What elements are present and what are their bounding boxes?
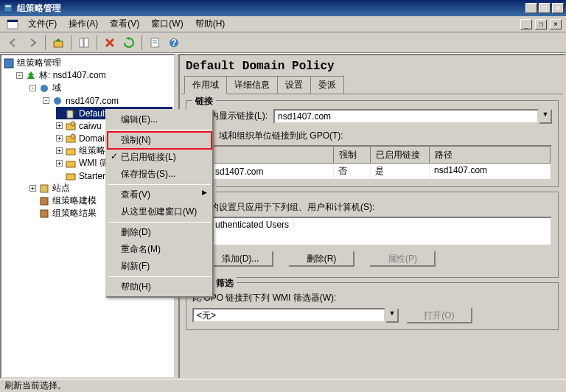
tree-domain[interactable]: - nsd1407.com [43, 94, 172, 107]
gpmc-icon [3, 58, 15, 69]
tab-delegation[interactable]: 委派 [310, 76, 344, 94]
tree-caiwu-label: caiwu [79, 121, 102, 131]
menu-window[interactable]: 窗口(W) [147, 16, 187, 32]
filter-row: uthenticated Users [215, 220, 289, 230]
filter-grid[interactable]: uthenticated Users [192, 217, 552, 246]
row-link-enabled: 是 [371, 164, 430, 179]
tree-gpmodel-label: 组策略建模 [52, 195, 97, 207]
tab-details[interactable]: 详细信息 [226, 76, 278, 94]
table-row[interactable]: sd1407.com 否 是 nsd1407.com [194, 164, 551, 179]
close-button[interactable]: × [552, 3, 564, 13]
mdi-minimize-button[interactable]: _ [520, 19, 532, 29]
combo-dropdown-icon[interactable]: ▼ [539, 109, 552, 124]
expand-icon[interactable]: + [56, 147, 63, 154]
links-legend: 链接 [192, 95, 216, 108]
links-grid[interactable]: 强制 已启用链接 路径 sd1407.com 否 是 nsd1407.com [192, 145, 552, 181]
wmi-group: WMI 筛选 此 GPO 链接到下列 WMI 筛选器(W): ▼ 打开(O) [186, 282, 559, 330]
forest-icon [25, 71, 37, 81]
menu-file[interactable]: 文件(F) [24, 16, 61, 32]
ctx-new-window[interactable]: 从这里创建窗口(W) [108, 203, 212, 220]
gpo-link-icon [65, 108, 77, 119]
tree-gpobjects-label: 组策略 [79, 144, 105, 157]
tree-root[interactable]: 组策略管理 [3, 57, 172, 69]
col-location[interactable] [194, 147, 334, 164]
expand-icon[interactable]: + [56, 122, 63, 129]
back-button[interactable] [4, 34, 22, 52]
ctx-edit[interactable]: 编辑(E)... [108, 111, 212, 128]
ctx-separator [108, 222, 211, 223]
tree-root-label: 组策略管理 [17, 57, 61, 69]
tree-wmi-label: WMI 筛 [79, 157, 108, 169]
row-path: nsd1407.com [430, 164, 551, 179]
svg-point-14 [54, 97, 61, 105]
tree-forest-label: 林: nsd1407.com [39, 69, 106, 82]
collapse-icon[interactable]: - [16, 72, 23, 79]
ctx-view[interactable]: 查看(V)▶ [108, 186, 212, 203]
row-enforced: 否 [334, 164, 371, 179]
menu-view[interactable]: 查看(V) [105, 16, 144, 32]
svg-rect-22 [66, 174, 75, 180]
ctx-link-enabled[interactable]: ✓已启用链接(L) [108, 149, 212, 166]
ctx-save-report[interactable]: 保存报告(S)... [108, 166, 212, 183]
details-heading: Default Domain Policy [181, 57, 563, 76]
tab-settings[interactable]: 设置 [277, 76, 311, 94]
svg-rect-12 [4, 59, 13, 68]
delete-button[interactable] [101, 34, 119, 52]
refresh-icon[interactable] [120, 34, 138, 52]
submenu-arrow-icon: ▶ [202, 189, 207, 196]
row-location: sd1407.com [215, 167, 263, 177]
forward-button[interactable] [24, 34, 41, 52]
minimize-button[interactable]: _ [525, 3, 537, 13]
ctx-separator [108, 184, 211, 185]
ctx-rename[interactable]: 重命名(M) [108, 241, 212, 258]
add-button[interactable]: 添加(D)... [207, 251, 273, 267]
show-links-combo[interactable]: ▼ [273, 109, 552, 124]
open-button[interactable]: 打开(O) [406, 307, 472, 323]
expand-icon[interactable]: + [56, 135, 63, 141]
mdi-close-button[interactable]: × [550, 19, 562, 29]
expand-icon[interactable]: + [56, 160, 63, 167]
ctx-refresh[interactable]: 刷新(F) [108, 258, 212, 275]
collapse-icon[interactable]: - [43, 97, 49, 104]
toolbar: ? [0, 32, 566, 53]
svg-rect-21 [66, 161, 75, 167]
svg-point-17 [71, 122, 75, 126]
combo-dropdown-icon[interactable]: ▼ [385, 308, 399, 323]
tree-domains[interactable]: - 域 [29, 82, 172, 94]
svg-rect-6 [84, 38, 88, 47]
properties-icon[interactable] [146, 34, 164, 52]
help-icon[interactable]: ? [165, 34, 183, 52]
modeling-icon [38, 196, 50, 206]
ctx-help[interactable]: 帮助(H) [108, 279, 212, 295]
up-button[interactable] [49, 34, 67, 52]
ctx-delete[interactable]: 删除(D) [108, 224, 212, 241]
table-row[interactable]: uthenticated Users [194, 218, 551, 231]
sites-icon [38, 183, 50, 194]
ctx-enforce[interactable]: 强制(N) [108, 132, 212, 149]
menu-help[interactable]: 帮助(H) [191, 16, 230, 32]
properties-button[interactable]: 属性(P) [369, 251, 436, 267]
svg-point-19 [71, 134, 75, 139]
filter-desc: D 内的设置只应用于下列组、用户和计算机(S): [192, 201, 552, 214]
show-hide-button[interactable] [75, 34, 93, 52]
wmi-combo[interactable]: ▼ [192, 308, 399, 323]
remove-button[interactable]: 删除(R) [288, 251, 354, 267]
wmi-desc: 此 GPO 链接到下列 WMI 筛选器(W): [192, 292, 552, 304]
title-bar: 组策略管理 _ □ × [0, 0, 566, 16]
col-link-enabled[interactable]: 已启用链接 [371, 147, 430, 164]
col-enforced[interactable]: 强制 [334, 147, 371, 164]
maximize-button[interactable]: □ [539, 3, 551, 13]
wmi-input[interactable] [192, 308, 385, 323]
menu-action[interactable]: 操作(A) [64, 16, 102, 32]
show-links-input[interactable] [273, 109, 539, 124]
expand-icon[interactable]: + [29, 185, 36, 192]
tab-scope[interactable]: 作用域 [184, 76, 227, 94]
check-icon: ✓ [111, 151, 118, 161]
mdi-restore-button[interactable]: ❐ [535, 19, 547, 29]
col-path[interactable]: 路径 [430, 147, 551, 164]
tree-dc-label: Domair [79, 133, 108, 144]
tree-forest[interactable]: - 林: nsd1407.com [16, 69, 172, 82]
system-menu-icon[interactable] [4, 17, 21, 32]
tab-strip: 作用域 详细信息 设置 委派 [181, 76, 563, 94]
collapse-icon[interactable]: - [29, 85, 36, 91]
